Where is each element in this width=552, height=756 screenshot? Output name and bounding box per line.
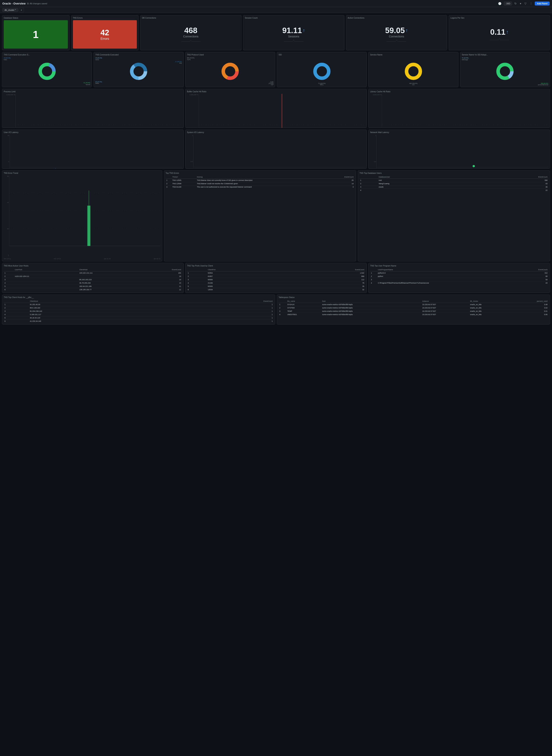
- panel-title-logons: Logons Per Sec: [450, 17, 548, 19]
- add-panel-button[interactable]: Add Panel: [535, 2, 550, 5]
- client-hosts-jdbc-table: ClientHost EventCount 1 91.201.40.33 1 2…: [4, 300, 273, 323]
- table-row: 3 58: [370, 278, 548, 281]
- panel-buffer-cache: Buffer Cache Hit Ratio 4,000,000 % 2,000…: [185, 89, 367, 128]
- panel-logons-per-sec: Logons Per Sec 0.11 ↑: [449, 15, 550, 50]
- panel-top-tns-errors: Top TNS Errors TNSerr tnsmsg EventCount …: [164, 170, 356, 261]
- header: Oracle - Overview ⧉ All changes saved 🕐 …: [0, 0, 552, 7]
- panel-title-tns-errors: TNS Errors: [73, 17, 137, 19]
- table-row: 1 root 398: [360, 179, 548, 182]
- table-row: 2 Wang?Lawng 43: [360, 182, 548, 185]
- panel-title-tns-protocol: TNS Protocol Used: [187, 54, 273, 56]
- donut-tns-cmd-exec: 13 (24.1%) Failur 41 (75.9%) Succes: [4, 57, 90, 86]
- svg-line-5: [293, 39, 294, 41]
- panel-title-system-io: System I/O Latency: [187, 131, 365, 133]
- clock-icon: 🕐: [497, 2, 502, 5]
- add-tab-button[interactable]: +: [19, 8, 24, 12]
- tab-db-cluster[interactable]: db_cluster *: [2, 8, 18, 12]
- active-connections-label: Connections: [389, 35, 404, 38]
- donut-tns-protocol: 860 (29.6%) TCPS 2,046 (70.4%) TCP: [187, 57, 273, 86]
- table-row: 2 v103-102-128-111 19: [4, 275, 182, 278]
- panel-tns-error-trend: TNS Error Trend 2015105 Dec 16 21Dec 24: [2, 170, 162, 261]
- panel-title-most-active-hosts: TNS Most Active User Hosts: [4, 265, 182, 267]
- logons-up-arrow: ↑: [506, 29, 509, 35]
- top-db-users-table: DatabaseUser EventCount 1 root 398 2 Wan…: [360, 175, 548, 192]
- table-row: 6 41.233.34.140 1: [4, 319, 273, 323]
- panel-title-client-hosts-jdbc: TNS Top Client Hosts for __jdbc__: [4, 296, 273, 298]
- filter-icon[interactable]: ▽: [524, 2, 527, 5]
- dropdown-icon[interactable]: ▾: [519, 2, 522, 5]
- row-latency-charts: User I/O Latency 1050-5 Dec 16 21Dec 24 …: [2, 130, 550, 169]
- panel-db-connections: DB Connections 468 Connections: [140, 15, 242, 50]
- library-cache-chart: [382, 94, 548, 128]
- panel-network-wait: Network Wait Latency 10.50-0.5 Dec 16 21…: [368, 130, 550, 169]
- db-connections-stat: 468 Connections: [142, 20, 240, 48]
- top-tns-errors-table: TNSerr tnsmsg EventCount 1 TNS-12505 TNS…: [166, 175, 355, 188]
- svg-line-14: [500, 38, 501, 40]
- table-row: 4 36.78.255.234 13: [4, 281, 182, 285]
- svg-line-6: [294, 39, 295, 41]
- share-icon[interactable]: ⧉: [27, 2, 29, 5]
- panel-title-db-status: Database Status: [4, 17, 68, 19]
- table-row: 1 SYSAUX sumo-oracle-metrics-5d765bc5fb-…: [279, 303, 548, 306]
- refresh-icon[interactable]: ↻: [514, 2, 518, 5]
- donut-tns-commands: 13 (24.1%) versio 20 (37.0%) status 21 (…: [95, 57, 182, 86]
- db-status-value: 1: [4, 20, 68, 48]
- table-row: 2 TNS-12508 TNS:listener could not resol…: [166, 182, 355, 185]
- table-row: 3 85.243.163.223 14: [4, 278, 182, 281]
- panel-top-user-program: TNS Top User Program Name UserProgramNam…: [368, 263, 550, 293]
- panel-title-library-cache: Library Cache Hit Ratio: [370, 91, 548, 93]
- session-count-stat: 91.11 ↑ Sessions: [245, 20, 342, 48]
- panel-most-active-hosts: TNS Most Active User Hosts UserHost Clie…: [2, 263, 184, 293]
- table-row: 2 SYSTEM sumo-oracle-metrics-5d765bc5fb-…: [279, 306, 548, 309]
- table-row: 3 60500 112: [187, 278, 365, 281]
- table-row: 1 63354 1,542: [187, 271, 365, 275]
- panel-title-service-name: Service Name: [370, 54, 456, 56]
- panel-library-cache: Library Cache Hit Ratio 4,000,000 % 2,00…: [368, 89, 550, 128]
- table-row: 3 TNS-01190 The user is not authorized t…: [166, 185, 355, 189]
- panel-tns-protocol: TNS Protocol Used 860 (29.6%) TCPS 2,046…: [185, 52, 275, 87]
- panel-session-count: Session Count 91.11 ↑ Sessions: [243, 15, 344, 50]
- svg-line-2: [191, 40, 192, 41]
- panel-title-session-count: Session Count: [245, 17, 342, 19]
- panel-title-sid: SID: [279, 54, 365, 56]
- svg-line-9: [396, 39, 397, 41]
- top-user-program-table: UserProgramName EventCount 1 python3.6 3…: [370, 268, 548, 285]
- panel-service-name: Service Name 406 (100.0%) orcl: [368, 52, 458, 87]
- more-icon[interactable]: ⋮: [529, 2, 533, 5]
- svg-point-32: [502, 68, 509, 75]
- buffer-cache-chart: [199, 94, 365, 128]
- table-row: 4 21156 76: [187, 281, 365, 285]
- time-range-btn[interactable]: -30D: [504, 2, 512, 5]
- active-sparkline: [385, 38, 408, 43]
- session-sparkline: [282, 38, 305, 43]
- panel-title-tns-commands: TNS Commands Executed: [95, 54, 182, 56]
- panel-title-tns-error-trend: TNS Error Trend: [4, 172, 160, 174]
- panel-service-vs-sid: Service Name Vs SID Adopt... 72 (15.4%) …: [460, 52, 550, 87]
- tabbar: db_cluster * +: [0, 7, 552, 13]
- db-connections-sparkline: [179, 38, 202, 43]
- table-row: 1 TNS-12505 TNS:listener does not curren…: [166, 179, 355, 182]
- panel-system-io-latency: System I/O Latency 10.50-0.5 Dec 16 21De…: [185, 130, 367, 169]
- panel-title-top-ports: TNS Top Ports Used by Client: [187, 265, 365, 267]
- row-bottom-tables: TNS Top Client Hosts for __jdbc__ Client…: [2, 295, 550, 324]
- row-line-charts-1: Process Limit 4,000,000 % 2,000,000 % 0 …: [2, 89, 550, 128]
- table-row: 1 103.102.131.111 184: [4, 271, 182, 275]
- panel-title-top-user-program: TNS Top User Program Name: [370, 265, 548, 267]
- svg-line-13: [499, 38, 500, 40]
- process-limit-chart: [15, 94, 182, 128]
- panel-top-db-users: TNS Top Database Users DatabaseUser Even…: [358, 170, 550, 261]
- tns-error-trend-chart: [9, 175, 160, 256]
- panel-process-limit: Process Limit 4,000,000 % 2,000,000 % 0 …: [2, 89, 184, 128]
- table-row: 3 81.204.236.142 1: [4, 309, 273, 313]
- table-row: 5 60505 35: [187, 285, 365, 288]
- logons-stat: 0.11 ↑: [450, 20, 548, 48]
- table-row: 5 46.18.34.133 1: [4, 316, 273, 319]
- svg-line-10: [397, 39, 398, 41]
- tablespace-status-table: tbs_name host instance db_cluster percen…: [279, 300, 548, 316]
- table-row: 1 python3.6 310: [370, 271, 548, 275]
- db-connections-value: 468: [184, 26, 197, 35]
- table-row: 2 61857 868: [187, 275, 365, 278]
- table-row: 4 UNDOTBS1 sumo-oracle-metrics-5d765bc5f…: [279, 313, 548, 316]
- panel-tns-errors: TNS Errors 42 Errors: [71, 15, 139, 50]
- panel-tns-commands: TNS Commands Executed 13 (24.1%) versio …: [94, 52, 183, 87]
